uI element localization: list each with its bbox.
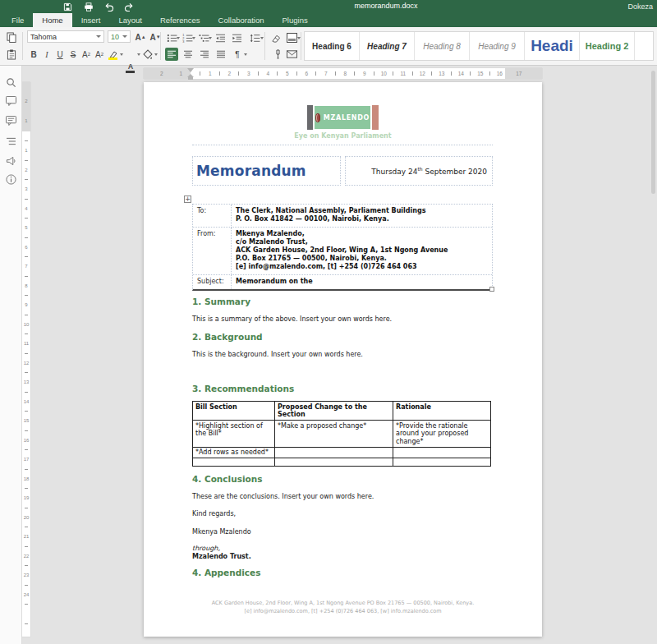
copy-icon[interactable] xyxy=(5,30,18,44)
clear-style-button[interactable] xyxy=(269,31,283,44)
logo-gray-bar xyxy=(307,105,313,130)
memo-title-cell: Memorandum xyxy=(192,156,341,186)
style-gallery-filler xyxy=(635,32,653,60)
chevron-down-icon[interactable] xyxy=(137,53,140,56)
style-heading-6[interactable]: Heading 6 xyxy=(305,32,360,60)
font-color-button[interactable]: A xyxy=(124,61,137,74)
navigation-headings-icon[interactable] xyxy=(0,133,22,150)
tab-references[interactable]: References xyxy=(151,13,209,27)
ruler-number: 15 xyxy=(471,68,490,79)
ruler-number: 9 xyxy=(355,68,374,79)
rec-cell xyxy=(275,447,393,458)
tab-layout[interactable]: Layout xyxy=(109,13,151,27)
align-center-button[interactable] xyxy=(181,48,195,61)
from-label: From: xyxy=(193,228,232,275)
about-info-icon[interactable] xyxy=(0,171,22,187)
table-move-handle[interactable] xyxy=(184,196,191,203)
logo-wordmark: MZALENDO xyxy=(324,114,370,122)
style-heading-2[interactable]: Heading 2 xyxy=(580,32,635,60)
align-left-button[interactable] xyxy=(165,48,178,61)
recommendations-table: Bill Section Proposed Change to the Sect… xyxy=(192,401,491,467)
shading-color-button[interactable] xyxy=(141,48,154,61)
undo-icon[interactable] xyxy=(103,2,114,12)
feedback-support-icon[interactable] xyxy=(0,153,22,169)
ruler-number: 10 xyxy=(374,68,394,79)
line-spacing-button[interactable] xyxy=(248,31,261,44)
paste-icon[interactable] xyxy=(5,48,18,61)
tab-home[interactable]: Home xyxy=(33,13,71,27)
chevron-down-icon[interactable] xyxy=(192,37,195,39)
style-heading-8[interactable]: Heading 8 xyxy=(415,32,470,60)
appendices-heading: 4. Appendices xyxy=(192,568,260,577)
user-label: Dokeza xyxy=(627,2,653,11)
ruler-number: 7 xyxy=(22,257,30,277)
page-color-button[interactable] xyxy=(285,31,298,44)
ruler-number: 1 xyxy=(200,68,220,79)
style-heading-9[interactable]: Heading 9 xyxy=(470,32,525,60)
chevron-down-icon[interactable] xyxy=(154,53,158,56)
save-icon[interactable] xyxy=(62,2,73,12)
justify-button[interactable] xyxy=(214,48,227,61)
ruler-number: 12 xyxy=(22,354,30,374)
underline-button[interactable]: U xyxy=(53,48,67,61)
font-name-select[interactable]: Tahoma xyxy=(27,30,104,43)
style-heading-7[interactable]: Heading 7 xyxy=(360,32,415,60)
page-footer: ACK Garden House, 2nd Floor, Wing A, 1st… xyxy=(144,600,542,615)
nonprinting-characters-button[interactable]: ¶ xyxy=(231,48,244,61)
rec-cell xyxy=(393,447,491,458)
chevron-down-icon[interactable] xyxy=(260,37,264,39)
align-right-button[interactable] xyxy=(198,48,211,61)
to-line: The Clerk, National Assembly, Parliament… xyxy=(236,207,488,215)
ruler-number: 6 xyxy=(22,238,30,258)
memo-title: Memorandum xyxy=(196,163,306,179)
vruler-margin-numbers: 21 xyxy=(22,92,30,131)
first-line-indent-marker[interactable] xyxy=(187,68,194,72)
home-toolbar: Tahoma 10 A▲ A▼ B I U S A2 A2 A 123 xyxy=(0,27,657,66)
logo-green-box: MZALENDO xyxy=(315,106,370,129)
tab-insert[interactable]: Insert xyxy=(72,13,110,27)
ruler-number: 21 xyxy=(22,527,30,547)
ruler-number: 16 xyxy=(490,68,510,79)
italic-button[interactable]: I xyxy=(40,48,53,61)
chevron-down-icon[interactable] xyxy=(244,53,247,56)
closing-org: Mzalendo Trust. xyxy=(192,553,251,560)
highlight-color-button[interactable] xyxy=(107,48,120,61)
summary-body: This is a summary of the above. Insert y… xyxy=(192,315,392,323)
print-icon[interactable] xyxy=(83,2,94,12)
tab-file[interactable]: File xyxy=(2,13,33,27)
subscript-button[interactable]: A2 xyxy=(93,48,106,61)
subject-value: Memorandum on the xyxy=(232,275,492,289)
rec-cell: *Highlight section of the Bill* xyxy=(193,421,275,448)
style-heading-1[interactable]: Headi xyxy=(525,32,580,60)
tab-plugins[interactable]: Plugins xyxy=(273,13,317,27)
from-line: [e] info@mzalendo.com, [t] +254 (0)726 4… xyxy=(236,263,488,271)
rec-header-cell: Proposed Change to the Section xyxy=(275,402,393,421)
increase-font-size-button[interactable]: A▲ xyxy=(134,30,147,44)
font-name-value: Tahoma xyxy=(30,33,57,41)
chat-icon[interactable] xyxy=(0,113,22,129)
copy-style-icon[interactable] xyxy=(271,48,284,61)
redo-icon[interactable] xyxy=(124,2,135,12)
chevron-down-icon[interactable] xyxy=(209,37,212,39)
editor-canvas[interactable]: 21 1234567891011121314151617 21 12345678… xyxy=(22,66,657,644)
table-resize-handle[interactable] xyxy=(489,287,494,292)
decrease-indent-button[interactable] xyxy=(214,31,227,44)
vertical-scrollbar[interactable] xyxy=(651,71,655,194)
background-heading: 2. Background xyxy=(192,332,263,342)
font-size-select[interactable]: 10 xyxy=(108,30,131,43)
increase-indent-button[interactable] xyxy=(230,31,243,44)
superscript-button[interactable]: A2 xyxy=(80,48,93,61)
strikethrough-button[interactable]: S xyxy=(67,48,80,61)
chevron-down-icon xyxy=(96,35,101,38)
tab-collaboration[interactable]: Collaboration xyxy=(209,13,273,27)
chevron-down-icon[interactable] xyxy=(120,53,123,56)
left-indent-marker[interactable] xyxy=(188,77,193,80)
hruler-numbers: 1234567891011121314151617 xyxy=(200,68,529,79)
ruler-number: 8 xyxy=(336,68,356,79)
comments-icon[interactable] xyxy=(0,93,22,109)
document-page[interactable]: MZALENDO Eye on Kenyan Parliament Memora… xyxy=(144,82,542,637)
search-icon[interactable] xyxy=(0,74,22,90)
mailmerge-icon[interactable] xyxy=(285,48,298,61)
chevron-down-icon[interactable] xyxy=(177,37,180,39)
bold-button[interactable]: B xyxy=(27,48,40,61)
